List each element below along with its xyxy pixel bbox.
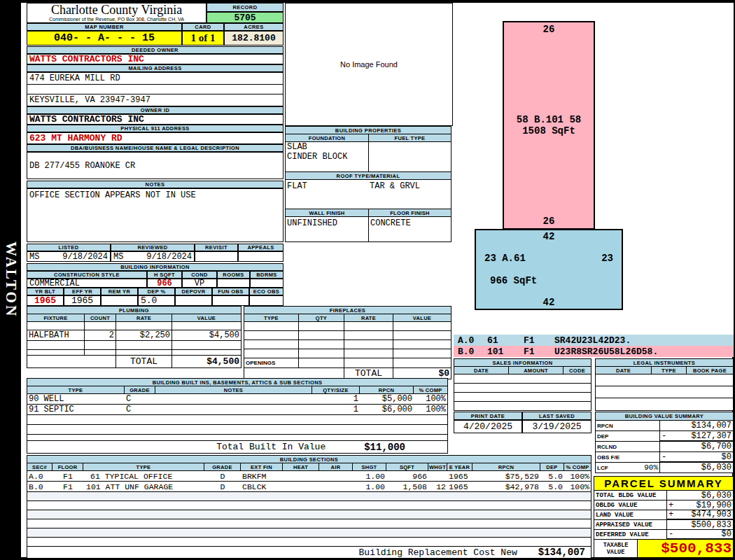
empty-cell <box>244 331 299 340</box>
empty-row <box>596 374 734 386</box>
plumbing-total-value: $4,500 <box>172 356 241 368</box>
vs-op: - <box>662 431 666 441</box>
builtins-grade: C <box>125 394 155 405</box>
empty-row <box>596 398 734 411</box>
sections-header-whgt: WHGT <box>428 463 447 471</box>
notes-box: OFFICE SECTION APPEARS NOT IN USE <box>27 188 284 242</box>
empty-cell <box>299 340 344 349</box>
empty-row <box>27 528 592 538</box>
empty-row <box>244 331 451 340</box>
fireplaces-header-type: TYPE <box>244 314 299 322</box>
builtins-row: 91 SEPTIC C 1 $6,000 100% <box>27 405 448 415</box>
sales-header-code: CODE <box>564 367 592 374</box>
reviewed-by: MS <box>113 252 123 262</box>
parcel-label: LAND VALUE <box>594 510 667 520</box>
empty-cell <box>299 322 344 331</box>
empty-cell <box>116 341 172 350</box>
b101-center-label: 58 B.101 58 <box>504 114 594 125</box>
legend-trace: SR42U23L42D23. <box>554 335 631 346</box>
revisit-value <box>195 251 238 262</box>
plumbing-total-label: TOTAL <box>116 356 172 368</box>
section-rpcn: $42,978 <box>472 482 540 492</box>
empty-cell <box>393 340 451 349</box>
parcel-op: - <box>668 530 673 539</box>
empty-cell <box>27 538 592 547</box>
listed-value: MS9/18/2024 <box>27 251 111 262</box>
sketch-area: 26 58 B.101 58 1508 SqFt 26 42 23 A.61 2… <box>454 3 734 335</box>
empty-row <box>27 492 592 501</box>
empty-cell <box>454 374 592 384</box>
empty-cell <box>596 374 734 386</box>
sketch-section-b101: 26 58 B.101 58 1508 SqFt 26 <box>503 21 595 230</box>
card-label: CARD <box>182 23 224 31</box>
vs-amount: - $127,307 <box>660 431 734 442</box>
empty-row <box>27 435 448 441</box>
section-comp: 100% <box>564 471 592 482</box>
parcel-label: APPRAISED VALUE <box>594 520 667 530</box>
value-summary-row: OBS F/E - $0 <box>596 452 734 463</box>
empty-cell <box>299 331 344 340</box>
foundation-label: FOUNDATION <box>286 134 369 142</box>
parcel-value: $19,900 <box>696 500 732 510</box>
plumbing-count: 2 <box>85 330 116 341</box>
builtins-total-label: Total Built In Value <box>216 442 326 452</box>
last-saved-label: LAST SAVED <box>522 412 592 420</box>
sections-header-type: TYPE <box>83 463 204 471</box>
mailing-line1: 474 EUREKA MILL RD <box>27 73 283 85</box>
reviewed-value: MS9/18/2024 <box>111 251 195 262</box>
empty-cell <box>27 528 592 538</box>
builtins-rpcn: $5,000 <box>360 394 414 405</box>
notes-value: OFFICE SECTION APPEARS NOT IN USE <box>27 189 283 200</box>
roof-type-value: FLAT <box>287 181 370 191</box>
fireplaces-openings-row: OPENINGS <box>244 358 451 368</box>
empty-cell <box>393 358 451 368</box>
physical-address-label: PHYSICAL 911 ADDRESS <box>27 125 284 132</box>
county-title: Charlotte County Virginia <box>27 4 206 17</box>
empty-cell <box>393 349 451 358</box>
vs-op: - <box>662 452 666 462</box>
empty-row <box>244 340 451 349</box>
rooms-label: ROOMS <box>217 271 250 279</box>
depovr-value <box>175 295 212 306</box>
fireplaces-header-value: VALUE <box>393 314 451 322</box>
legal-header-bookpage: BOOK PAGE <box>687 367 734 374</box>
legend-code: 61 <box>487 335 524 346</box>
mailing-address-label: MAILING ADDRESS <box>27 64 284 72</box>
legal-header-date: DATE <box>596 367 652 374</box>
empty-cell <box>596 386 734 398</box>
effyr-label: EFF YR <box>64 288 101 295</box>
vs-label: DEP <box>596 431 660 442</box>
empty-row <box>27 415 448 425</box>
sketch-legend-row-b: B.0 101 F1 U23R8SR26U58L26D58. <box>454 346 734 357</box>
depovr-label: DEPOVR <box>175 288 212 295</box>
parcel-row: APPRAISED VALUE $500,833 <box>594 520 734 530</box>
empty-row <box>27 322 241 330</box>
sales-header-date: DATE <box>454 367 509 374</box>
section-eyear: 1965 <box>447 471 472 482</box>
vs-amount: $134,007 <box>660 421 734 431</box>
section-type: 101 ATT UNF GARAGE <box>83 482 204 492</box>
wall-finish-value: UNFINISHED <box>286 217 369 242</box>
empty-cell <box>244 349 299 358</box>
empty-cell <box>27 322 85 330</box>
empty-cell <box>344 358 393 368</box>
legal-title: LEGAL INSTRUMENTS <box>596 359 734 367</box>
section-dep: 5.0 <box>540 471 564 482</box>
fuel-type-label: FUEL TYPE <box>369 134 451 142</box>
appeals-label: APPEALS <box>238 244 284 251</box>
empty-cell <box>27 425 448 435</box>
sales-header-amount: AMOUNT <box>509 367 564 374</box>
value-summary-row: RCLND $6,700 <box>596 442 734 452</box>
empty-cell <box>393 322 451 331</box>
sections-header-shgt: SHGT <box>353 463 386 471</box>
empty-cell <box>344 349 393 358</box>
empty-cell <box>344 340 393 349</box>
dep-label: DEP % <box>138 288 175 295</box>
remyr-value <box>101 295 138 306</box>
vs-label: LCF <box>597 465 608 471</box>
vs-label-lcf: LCF 90% <box>596 463 660 473</box>
parcel-summary-title: PARCEL SUMMARY <box>594 477 734 491</box>
foundation-line2: CINDER BLOCK <box>287 152 347 162</box>
foundation-line1: SLAB <box>287 142 307 152</box>
a61-sqft-label: 966 SqFt <box>476 275 622 286</box>
